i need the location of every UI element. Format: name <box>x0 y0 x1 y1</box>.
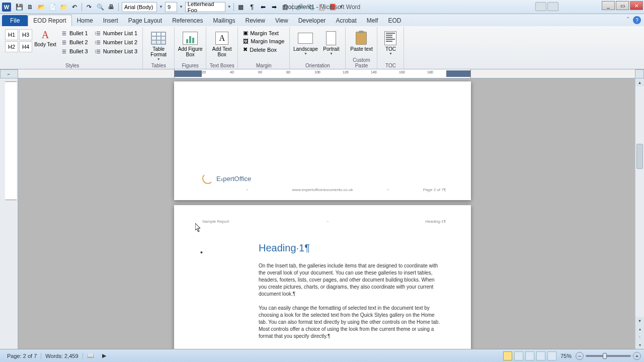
group-label: Figures <box>175 62 206 69</box>
save-all-icon[interactable]: 🗎 <box>25 2 35 12</box>
landscape-button[interactable]: Landscape ▼ <box>293 28 318 55</box>
tab-acrobat[interactable]: Acrobat <box>331 15 361 26</box>
body-text-button[interactable]: A Body Text <box>34 29 56 47</box>
tab-page-layout[interactable]: Page Layout <box>123 15 167 26</box>
h2-button[interactable]: H2 <box>5 41 18 52</box>
horizontal-ruler[interactable]: ⌐ 20406080100120140160180 <box>0 69 644 78</box>
collapse-ribbon-icon[interactable]: ⌃ <box>626 16 630 24</box>
dropdown-arrow-icon[interactable]: ▼ <box>179 5 183 9</box>
vertical-scrollbar[interactable]: ▲ ▼ ▴ ◦ ▾ <box>635 78 644 349</box>
font-name-selector[interactable]: Arial (Body) <box>122 2 157 12</box>
margin-text-button[interactable]: ▣Margin Text <box>241 29 286 37</box>
document-viewport[interactable]: ExpertOffice → www.expertofficedocuments… <box>18 78 644 349</box>
group-orientation: Landscape ▼ Portrait ▼ Orientation <box>290 27 346 69</box>
folder-icon[interactable]: 📁 <box>58 2 68 12</box>
indent-icon[interactable]: ➡ <box>269 2 279 12</box>
font-size-selector[interactable]: 9 <box>165 2 177 12</box>
next-page-button[interactable]: ▾ <box>635 341 644 349</box>
undo-icon[interactable]: ↶ <box>69 2 79 12</box>
pilcrow-icon[interactable]: ¶ <box>247 2 257 12</box>
group-label: Margin <box>238 62 289 69</box>
page-2[interactable]: Sample Report → Heading·1¶ • Heading·1¶ … <box>174 205 471 349</box>
number-icon: ⁝☰ <box>94 39 101 46</box>
bullet-1-button[interactable]: ☰Bullet 1 <box>58 29 90 37</box>
h1-button[interactable]: H1 <box>5 29 18 40</box>
tab-view[interactable]: View <box>270 15 293 26</box>
close-button[interactable]: ✕ <box>630 1 643 10</box>
save-icon[interactable]: 💾 <box>14 2 24 12</box>
separator <box>118 3 119 11</box>
paragraph-1[interactable]: On the Insert tab, the galleries include… <box>259 262 443 298</box>
open-icon[interactable]: 📂 <box>36 2 46 12</box>
tab-insert[interactable]: Insert <box>98 15 123 26</box>
print-icon[interactable]: 🖶 <box>106 2 116 12</box>
tab-eod[interactable]: EOD <box>383 15 406 26</box>
number-2-button[interactable]: ⁝☰Number List 2 <box>92 38 139 46</box>
tab-references[interactable]: References <box>167 15 208 26</box>
number-1-button[interactable]: ⁝☰Number List 1 <box>92 29 139 37</box>
scroll-thumb[interactable] <box>636 144 643 169</box>
toc-button[interactable]: TOC ▼ <box>380 28 400 55</box>
ruler-corner[interactable]: ⌐ <box>0 69 18 78</box>
mdi-minimize-button[interactable] <box>535 2 546 11</box>
tab-melf[interactable]: Melf <box>362 15 383 26</box>
scroll-up-button[interactable]: ▲ <box>635 78 644 86</box>
heading-1[interactable]: Heading·1¶ <box>259 242 310 254</box>
ribbon: H1 H3 H2 H4 A Body Text ☰Bullet 1 ☰Bulle… <box>0 26 644 69</box>
number-3-button[interactable]: ⁝☰Number List 3 <box>92 47 139 55</box>
zoom-out-button[interactable]: − <box>576 352 584 360</box>
zoom-level[interactable]: 75% <box>558 353 574 359</box>
macro-icon[interactable]: ▶ <box>98 352 110 359</box>
full-screen-view-button[interactable] <box>514 351 523 360</box>
zoom-slider[interactable] <box>586 355 631 357</box>
outline-view-button[interactable] <box>536 351 545 360</box>
paste-text-button[interactable]: Paste text <box>349 28 374 52</box>
zoom-in-button[interactable]: + <box>633 352 641 360</box>
delete-box-button[interactable]: ✖Delete Box <box>241 46 286 53</box>
web-layout-view-button[interactable] <box>525 351 534 360</box>
dropdown-arrow-icon[interactable]: ▼ <box>227 5 231 9</box>
style-selector[interactable]: Letterhead Foo <box>185 2 225 12</box>
print-layout-view-button[interactable] <box>503 351 512 360</box>
vertical-ruler[interactable] <box>0 78 18 349</box>
draft-view-button[interactable] <box>547 351 556 360</box>
tab-review[interactable]: Review <box>240 15 270 26</box>
bullet-3-button[interactable]: ☰Bullet 3 <box>58 47 90 55</box>
separator <box>233 3 234 11</box>
spell-check-icon[interactable]: 📖 <box>83 352 98 359</box>
add-textbox-button[interactable]: A Add Text Box <box>209 28 234 57</box>
portrait-button[interactable]: Portrait ▼ <box>320 28 342 55</box>
prev-page-button[interactable]: ▴ <box>635 325 644 333</box>
browse-object-button[interactable]: ◦ <box>635 333 644 341</box>
margin-image-button[interactable]: 🖼Margin Image <box>241 38 286 45</box>
title-bar: W 💾 🗎 📂 📄 📁 ↶ ↷ 🔍 🖶 Arial (Body) ▼ 9 ▼ L… <box>0 0 644 14</box>
footer-page-number: Page 2 of 7¶ <box>423 188 446 192</box>
tab-eod-report[interactable]: EOD Report <box>28 15 71 26</box>
outdent-icon[interactable]: ⬅ <box>258 2 268 12</box>
textbox-icon: A <box>215 32 228 45</box>
print-preview-icon[interactable]: 🔍 <box>95 2 105 12</box>
page-indicator[interactable]: Page: 2 of 7 <box>3 353 41 359</box>
dropdown-arrow-icon[interactable]: ▼ <box>159 5 163 9</box>
page-icon[interactable]: ▦ <box>236 2 246 12</box>
tab-home[interactable]: Home <box>72 15 98 26</box>
page-1[interactable]: ExpertOffice → www.expertofficedocuments… <box>174 81 471 200</box>
paragraph-2[interactable]: You can easily change the formatting of … <box>259 305 443 340</box>
tab-developer[interactable]: Developer <box>293 15 331 26</box>
h4-button[interactable]: H4 <box>19 41 32 52</box>
minimize-button[interactable]: _ <box>602 1 615 10</box>
word-count[interactable]: Words: 2,459 <box>41 353 83 359</box>
add-figure-button[interactable]: Add Figure Box <box>178 28 203 57</box>
maximize-button[interactable]: ▭ <box>616 1 629 10</box>
new-icon[interactable]: 📄 <box>47 2 57 12</box>
file-tab[interactable]: File <box>2 15 28 26</box>
mdi-restore-button[interactable] <box>547 2 558 11</box>
table-format-button[interactable]: Table Format ▼ <box>146 28 171 61</box>
scroll-down-button[interactable]: ▼ <box>635 317 644 325</box>
redo-icon[interactable]: ↷ <box>84 2 94 12</box>
help-icon[interactable]: ? <box>633 16 641 24</box>
tab-mailings[interactable]: Mailings <box>208 15 240 26</box>
ruler-toggle-button[interactable] <box>635 69 644 78</box>
h3-button[interactable]: H3 <box>19 29 32 40</box>
bullet-2-button[interactable]: ☰Bullet 2 <box>58 38 90 46</box>
